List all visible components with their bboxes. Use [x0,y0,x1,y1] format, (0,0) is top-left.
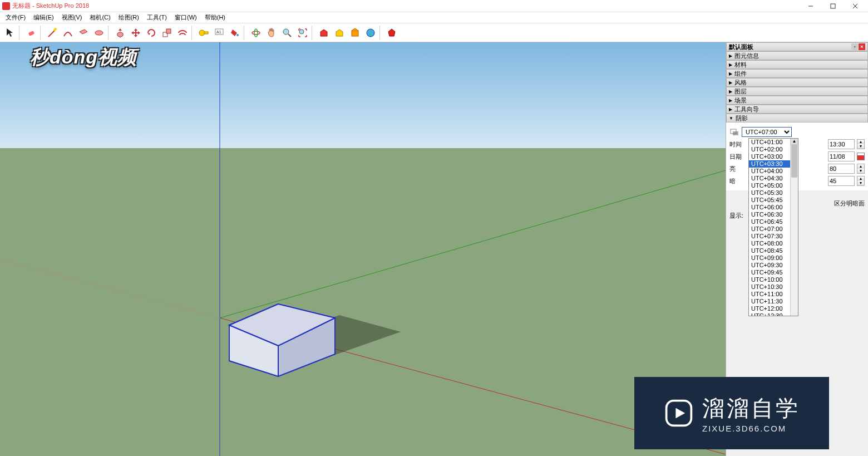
time-input[interactable]: 13:30 [828,139,855,149]
menu-window[interactable]: 窗口(W) [171,13,200,22]
maximize-button[interactable] [826,1,840,11]
timezone-dropdown-list[interactable]: UTC+01:00UTC+02:00UTC+03:00UTC+03:30UTC+… [748,138,798,316]
watermark-url-text: ZIXUE.3D66.COM [702,424,786,433]
zoom-tool[interactable] [280,26,294,40]
tz-option[interactable]: UTC+06:00 [749,204,790,211]
panel-shadows[interactable]: 阴影 [726,114,868,122]
warehouse-model-tool[interactable] [332,26,347,40]
3d-warehouse-tool[interactable] [317,26,331,40]
tz-option[interactable]: UTC+08:45 [749,247,790,254]
tz-option[interactable]: UTC+12:00 [749,305,790,312]
tz-option[interactable]: UTC+11:00 [749,291,790,298]
tz-option[interactable]: UTC+12:30 [749,312,790,316]
svg-point-16 [283,29,289,35]
svg-point-6 [95,31,103,35]
select-tool[interactable] [3,26,17,40]
tz-option[interactable]: UTC+09:45 [749,269,790,276]
panel-entity-info[interactable]: 图元信息 [726,51,868,60]
panel-styles[interactable]: 风格 [726,78,868,87]
arc-tool[interactable] [61,26,75,40]
calendar-icon[interactable] [857,153,865,160]
tray-title[interactable]: 默认面板 ▫× [726,42,868,51]
panel-scenes[interactable]: 场景 [726,96,868,105]
move-tool[interactable] [129,26,143,40]
rectangle-tool[interactable] [76,26,91,40]
model-axes [0,42,726,456]
menu-tools[interactable]: 工具(T) [144,13,170,22]
panel-layers[interactable]: 图层 [726,87,868,96]
dark-input[interactable]: 45 [828,176,855,186]
rotate-tool[interactable] [144,26,159,40]
tz-option[interactable]: UTC+05:00 [749,182,790,189]
extension-warehouse-tool[interactable] [348,26,362,40]
tz-option[interactable]: UTC+05:30 [749,189,790,197]
tz-option[interactable]: UTC+11:30 [749,298,790,305]
bright-input[interactable]: 80 [828,164,855,174]
tz-option[interactable]: UTC+04:00 [749,168,790,175]
tz-option[interactable]: UTC+10:00 [749,276,790,283]
ruby-console-tool[interactable] [384,26,399,40]
watermark-cn-text: 溜溜自学 [702,393,800,424]
close-button[interactable] [848,1,862,11]
panel-components[interactable]: 组件 [726,69,868,78]
svg-rect-4 [28,31,35,36]
minimize-button[interactable] [803,1,818,11]
tz-option[interactable]: UTC+09:00 [749,254,790,262]
menu-help[interactable]: 帮助(H) [201,13,229,22]
tz-option[interactable]: UTC+08:00 [749,240,790,247]
play-logo-icon [663,398,694,429]
pan-tool[interactable] [264,26,279,40]
tz-option[interactable]: UTC+06:30 [749,211,790,218]
time-spinner[interactable]: ▲▼ [857,139,865,149]
timezone-select[interactable]: UTC+07:00 [742,127,792,137]
svg-point-18 [299,30,304,34]
main-toolbar: A1 [0,23,868,42]
bright-spinner[interactable]: ▲▼ [857,164,865,174]
scale-tool[interactable] [160,26,174,40]
tz-option[interactable]: UTC+09:30 [749,262,790,269]
panel-materials[interactable]: 材料 [726,60,868,69]
geo-location-tool[interactable] [363,26,378,40]
tz-option[interactable]: UTC+07:00 [749,225,790,233]
offset-tool[interactable] [175,26,190,40]
tray-title-label: 默认面板 [729,43,753,51]
date-input[interactable]: 11/08 [828,151,855,161]
shadow-toggle-icon[interactable] [729,127,739,137]
line-tool[interactable] [45,26,60,40]
dark-spinner[interactable]: ▲▼ [857,176,865,186]
zoom-extents-tool[interactable] [295,26,310,40]
svg-rect-19 [352,31,358,36]
app-icon [2,2,10,10]
dark-label: 暗 [729,177,745,185]
svg-rect-10 [204,32,208,34]
svg-text:A1: A1 [216,30,221,34]
menu-bar: 文件(F) 编辑(E) 视图(V) 相机(C) 绘图(R) 工具(T) 窗口(W… [0,12,868,23]
dropdown-scrollbar[interactable]: ▲▼ [790,139,798,316]
menu-draw[interactable]: 绘图(R) [115,13,142,22]
text-tool[interactable]: A1 [212,26,226,40]
panel-instructor[interactable]: 工具向导 [726,105,868,114]
menu-edit[interactable]: 编辑(E) [30,13,57,22]
tz-option[interactable]: UTC+07:30 [749,233,790,240]
tz-option[interactable]: UTC+06:45 [749,218,790,225]
tz-option[interactable]: UTC+04:30 [749,175,790,182]
3d-viewport[interactable]: 秒dòng视频 [0,42,726,456]
menu-camera[interactable]: 相机(C) [86,13,114,22]
menu-view[interactable]: 视图(V) [58,13,86,22]
eraser-tool[interactable] [24,26,38,40]
tz-option[interactable]: UTC+02:00 [749,146,790,153]
paint-bucket-tool[interactable] [228,26,242,40]
menu-file[interactable]: 文件(F) [2,13,29,22]
orbit-tool[interactable] [249,26,263,40]
svg-line-17 [288,34,291,37]
tray-controls[interactable]: ▫× [851,43,865,50]
push-pull-tool[interactable] [113,26,127,40]
tape-measure-tool[interactable] [196,26,211,40]
tz-option[interactable]: UTC+03:00 [749,153,790,160]
svg-point-15 [254,29,258,37]
tz-option[interactable]: UTC+01:00 [749,139,790,146]
tz-option[interactable]: UTC+05:45 [749,197,790,204]
circle-tool[interactable] [92,26,106,40]
tz-option[interactable]: UTC+10:30 [749,283,790,291]
tz-option[interactable]: UTC+03:30 [749,160,790,168]
